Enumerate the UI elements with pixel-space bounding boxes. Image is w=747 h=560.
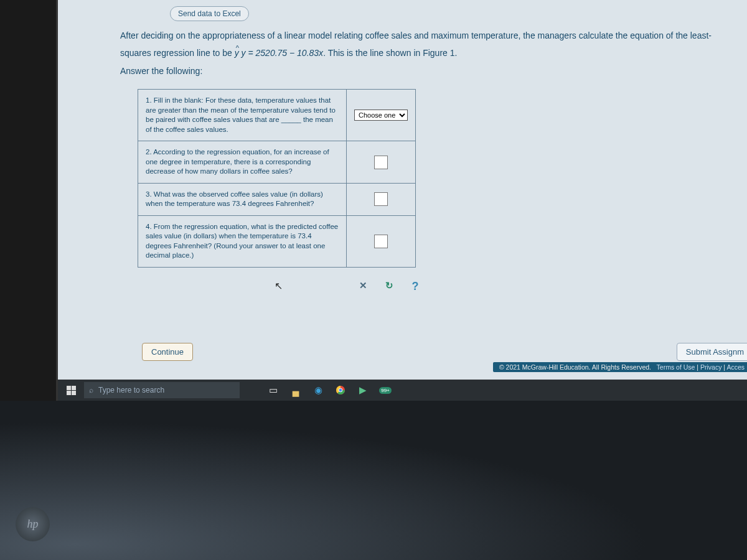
table-row: 1. Fill in the blank: For these data, te… — [138, 90, 416, 141]
desk-surface: hp — [0, 401, 747, 560]
search-placeholder: Type here to search — [98, 386, 164, 394]
hp-logo: hp — [16, 507, 50, 541]
instruction-prefix: squares regression line to be — [120, 48, 235, 58]
cursor-icon: ↖ — [275, 280, 283, 292]
instruction-suffix: . This is the line shown in Figure 1. — [323, 48, 457, 58]
mail-button[interactable]: 99+ — [374, 380, 397, 401]
table-row: 3. What was the observed coffee sales va… — [138, 183, 416, 215]
question-3-input[interactable] — [374, 192, 388, 206]
question-2-text: 2. According to the regression equation,… — [138, 141, 347, 184]
terms-link[interactable]: Terms of Use — [657, 363, 695, 371]
clear-icon[interactable]: ✕ — [357, 280, 369, 291]
video-app-button[interactable]: ▶ — [352, 380, 374, 401]
svg-point-4 — [339, 389, 342, 392]
task-view-button[interactable]: ▭ — [262, 380, 284, 401]
question-4-text: 4. From the regression equation, what is… — [138, 215, 347, 267]
footer-bar: © 2021 McGraw-Hill Education. All Rights… — [493, 362, 747, 372]
continue-button[interactable]: Continue — [142, 343, 193, 361]
question-2-input[interactable] — [374, 156, 388, 169]
chrome-icon — [336, 385, 345, 395]
submit-assignment-button[interactable]: Submit Assignm — [677, 343, 747, 361]
accessibility-link[interactable]: Acces — [726, 363, 745, 371]
question-4-input[interactable] — [374, 235, 388, 248]
copyright-text: © 2021 McGraw-Hill Education. All Rights… — [499, 363, 651, 371]
taskbar-search[interactable]: ⌕ Type here to search — [84, 382, 240, 398]
reset-icon[interactable]: ↻ — [383, 280, 395, 291]
cortana-button[interactable] — [240, 380, 262, 401]
file-explorer-button[interactable]: ▄ — [284, 380, 307, 401]
question-3-text: 3. What was the observed coffee sales va… — [138, 183, 347, 215]
table-row: 2. According to the regression equation,… — [138, 141, 416, 184]
instruction-line-1: After deciding on the appropriateness of… — [120, 29, 747, 42]
question-1-select[interactable]: Choose one — [354, 110, 408, 121]
chrome-button[interactable] — [329, 380, 352, 401]
questions-table: 1. Fill in the blank: For these data, te… — [138, 89, 416, 268]
help-icon[interactable]: ? — [410, 280, 421, 291]
edge-button[interactable]: ◉ — [307, 380, 329, 401]
privacy-link[interactable]: Privacy — [700, 363, 721, 371]
windows-icon — [67, 386, 76, 395]
instruction-line-2: squares regression line to be y y = 2520… — [120, 46, 747, 60]
windows-taskbar: ⌕ Type here to search ▭ ▄ ◉ ▶ 99+ — [56, 380, 747, 401]
start-button[interactable] — [58, 380, 84, 401]
mail-badge: 99+ — [379, 387, 392, 394]
instruction-line-3: Answer the following: — [120, 64, 747, 78]
search-icon: ⌕ — [89, 386, 93, 394]
answer-toolbar: ✕ ↻ ? — [138, 276, 432, 295]
table-row: 4. From the regression equation, what is… — [138, 215, 416, 267]
question-1-text: 1. Fill in the blank: For these data, te… — [138, 90, 347, 141]
regression-equation: y = 2520.75 − 10.83x — [242, 48, 324, 58]
send-to-excel-button[interactable]: Send data to Excel — [170, 6, 249, 21]
